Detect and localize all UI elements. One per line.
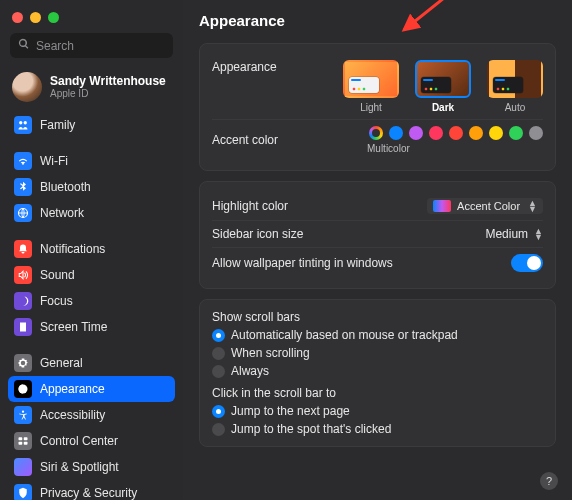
svg-point-4	[22, 411, 24, 413]
gear-icon	[14, 354, 32, 372]
svg-rect-8	[24, 442, 28, 445]
highlight-value: Accent Color	[457, 200, 520, 212]
sidebar-navlist: FamilyWi-FiBluetoothNetworkNotifications…	[0, 112, 183, 500]
radio-icon	[212, 347, 225, 360]
sidebar-item-label: Wi-Fi	[40, 154, 68, 168]
svg-point-1	[24, 121, 27, 124]
appearance-thumb-icon	[487, 60, 543, 98]
sidebar-item-accessibility[interactable]: Accessibility	[8, 402, 175, 428]
appearance-mode-dark[interactable]: Dark	[415, 60, 471, 113]
accent-swatch-8[interactable]	[529, 126, 543, 140]
sidebar-item-label: Sound	[40, 268, 75, 282]
appearance-mode-label: Auto	[505, 102, 526, 113]
appearance-icon	[14, 380, 32, 398]
appearance-mode-auto[interactable]: Auto	[487, 60, 543, 113]
network-icon	[14, 204, 32, 222]
apple-id-user[interactable]: Sandy Writtenhouse Apple ID	[0, 68, 183, 112]
sidebar-item-label: Screen Time	[40, 320, 107, 334]
sidebar-item-label: Privacy & Security	[40, 486, 137, 500]
content-pane: Appearance Appearance LightDarkAuto Acce…	[183, 0, 572, 500]
accent-swatch-6[interactable]	[489, 126, 503, 140]
user-sub: Apple ID	[50, 88, 166, 100]
page-title: Appearance	[199, 12, 556, 29]
sidebar-item-screen-time[interactable]: Screen Time	[8, 314, 175, 340]
accent-swatch-5[interactable]	[469, 126, 483, 140]
accent-label: Accent color	[212, 133, 278, 147]
sidebar-icon-size-select[interactable]: Medium ▲▼	[485, 227, 543, 241]
bluetooth-icon	[14, 178, 32, 196]
zoom-window-button[interactable]	[48, 12, 59, 23]
accessibility-icon	[14, 406, 32, 424]
radio-label: Always	[231, 364, 269, 378]
scrollbars-option-2[interactable]: Always	[212, 364, 543, 378]
minimize-window-button[interactable]	[30, 12, 41, 23]
accent-swatch-0[interactable]	[369, 126, 383, 140]
search-icon	[18, 38, 30, 53]
accent-swatch-7[interactable]	[509, 126, 523, 140]
sidebar-item-appearance[interactable]: Appearance	[8, 376, 175, 402]
accent-swatch-1[interactable]	[389, 126, 403, 140]
sidebar-item-label: Notifications	[40, 242, 105, 256]
click-scrollbar-option-1[interactable]: Jump to the spot that's clicked	[212, 422, 543, 436]
stepper-icon: ▲▼	[534, 228, 543, 240]
sidebar-item-bluetooth[interactable]: Bluetooth	[8, 174, 175, 200]
stepper-icon: ▲▼	[528, 200, 537, 212]
help-button[interactable]: ?	[540, 472, 558, 490]
appearance-panel: Appearance LightDarkAuto Accent color Mu…	[199, 43, 556, 171]
radio-icon	[212, 365, 225, 378]
radio-label: Automatically based on mouse or trackpad	[231, 328, 458, 342]
sidebar-item-sound[interactable]: Sound	[8, 262, 175, 288]
display-options-panel: Highlight color Accent Color ▲▼ Sidebar …	[199, 181, 556, 289]
svg-rect-7	[19, 442, 23, 445]
search-input[interactable]	[36, 39, 165, 53]
sound-icon	[14, 266, 32, 284]
accent-selected-label: Multicolor	[367, 143, 410, 154]
sidebar: Sandy Writtenhouse Apple ID FamilyWi-FiB…	[0, 0, 183, 500]
appearance-label: Appearance	[212, 60, 277, 74]
scrollbars-option-0[interactable]: Automatically based on mouse or trackpad	[212, 328, 543, 342]
controlcenter-icon	[14, 432, 32, 450]
privacy-icon	[14, 484, 32, 500]
svg-rect-6	[24, 437, 28, 440]
window-controls	[0, 8, 183, 33]
sidebar-item-label: Focus	[40, 294, 73, 308]
screentime-icon	[14, 318, 32, 336]
accent-swatch-3[interactable]	[429, 126, 443, 140]
tinting-label: Allow wallpaper tinting in windows	[212, 256, 393, 270]
click-scrollbar-option-0[interactable]: Jump to the next page	[212, 404, 543, 418]
sidebar-item-family[interactable]: Family	[8, 112, 175, 138]
highlight-label: Highlight color	[212, 199, 288, 213]
sidebar-item-notifications[interactable]: Notifications	[8, 236, 175, 262]
scrollbars-option-1[interactable]: When scrolling	[212, 346, 543, 360]
sidebar-item-focus[interactable]: Focus	[8, 288, 175, 314]
appearance-mode-picker: LightDarkAuto	[343, 60, 543, 113]
accent-swatches	[369, 126, 543, 140]
sidebar-item-general[interactable]: General	[8, 350, 175, 376]
sidebar-item-label: Family	[40, 118, 75, 132]
svg-point-0	[19, 121, 22, 124]
radio-icon	[212, 329, 225, 342]
accent-swatch-2[interactable]	[409, 126, 423, 140]
sidebar-item-wi-fi[interactable]: Wi-Fi	[8, 148, 175, 174]
scrollbars-label: Show scroll bars	[212, 310, 543, 324]
tinting-toggle[interactable]	[511, 254, 543, 272]
sidebar-item-label: Accessibility	[40, 408, 105, 422]
svg-rect-5	[19, 437, 23, 440]
bell-icon	[14, 240, 32, 258]
sidebar-item-label: Bluetooth	[40, 180, 91, 194]
sidebar-item-control-center[interactable]: Control Center	[8, 428, 175, 454]
highlight-color-select[interactable]: Accent Color ▲▼	[427, 198, 543, 214]
sidebar-item-label: Appearance	[40, 382, 105, 396]
radio-icon	[212, 405, 225, 418]
sidebar-item-network[interactable]: Network	[8, 200, 175, 226]
sidebar-item-label: Siri & Spotlight	[40, 460, 119, 474]
sidebar-item-privacy-security[interactable]: Privacy & Security	[8, 480, 175, 500]
focus-icon	[14, 292, 32, 310]
accent-swatch-4[interactable]	[449, 126, 463, 140]
sidebar-item-siri-spotlight[interactable]: Siri & Spotlight	[8, 454, 175, 480]
sidebar-search[interactable]	[10, 33, 173, 58]
appearance-mode-light[interactable]: Light	[343, 60, 399, 113]
close-window-button[interactable]	[12, 12, 23, 23]
appearance-mode-label: Dark	[432, 102, 454, 113]
radio-label: Jump to the spot that's clicked	[231, 422, 391, 436]
